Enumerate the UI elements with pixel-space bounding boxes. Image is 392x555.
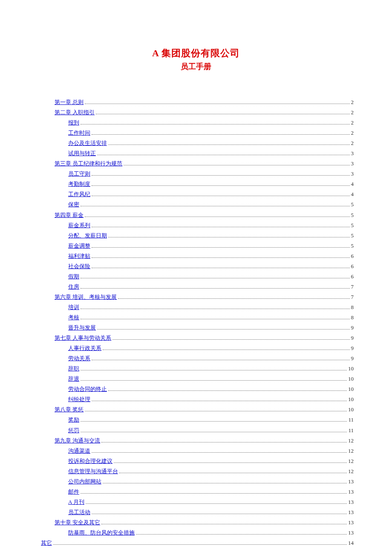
toc-page-number: 11: [348, 425, 354, 436]
toc-link[interactable]: 第一章 总则: [55, 97, 84, 107]
toc-leader-dots: [81, 288, 350, 289]
toc-row: 第九章 沟通与交流12: [38, 436, 354, 446]
toc-link[interactable]: 第十章 安全及其它: [55, 517, 100, 528]
toc-row: 投诉和合理化建议12: [38, 456, 354, 466]
toc-link[interactable]: 保密: [68, 199, 79, 210]
toc-leader-dots: [81, 380, 347, 381]
toc-link[interactable]: 员工守则: [68, 169, 90, 179]
toc-row: 晋升与发展9: [38, 323, 354, 333]
toc-link[interactable]: 工作风纪: [68, 189, 90, 199]
toc-link[interactable]: 住房: [68, 282, 79, 292]
toc-leader-dots: [124, 165, 349, 165]
toc-row: 信息管理与沟通平台12: [38, 466, 354, 477]
toc-link[interactable]: 分配、发薪日期: [68, 231, 107, 241]
toc-link[interactable]: 薪金系列: [68, 220, 90, 231]
toc-page-number: 8: [351, 312, 354, 323]
toc-link[interactable]: 工作时间: [68, 128, 90, 138]
toc-link[interactable]: 纠纷处理: [68, 394, 90, 405]
toc-leader-dots: [81, 432, 347, 432]
toc-page-number: 9: [351, 323, 354, 333]
toc-link[interactable]: 培训: [68, 302, 79, 312]
toc-page-number: 10: [348, 364, 354, 374]
toc-link[interactable]: 第二章 入职指引: [55, 107, 95, 118]
toc-link[interactable]: 第四章 薪金: [55, 210, 84, 220]
toc-link[interactable]: 劳动合同的终止: [68, 384, 107, 394]
toc-row: A 月刊13: [38, 497, 354, 507]
toc-link[interactable]: 投诉和合理化建议: [68, 456, 112, 466]
toc-link[interactable]: 辞职: [68, 364, 79, 374]
toc-link[interactable]: 邮件: [68, 487, 79, 497]
toc-link[interactable]: 社会保险: [68, 261, 90, 272]
toc-link[interactable]: 信息管理与沟通平台: [68, 466, 118, 477]
toc-link[interactable]: A 月刊: [68, 497, 84, 507]
toc-page-number: 3: [351, 159, 354, 169]
toc-link[interactable]: 薪金调整: [68, 241, 90, 251]
toc-page-number: 8: [351, 302, 354, 312]
toc-page-number: 5: [351, 210, 354, 220]
toc-page-number: 13: [348, 528, 354, 538]
toc-row: 劳动合同的终止10: [38, 384, 354, 394]
toc-link[interactable]: 假期: [68, 272, 79, 282]
toc-link[interactable]: 公司内部网站: [68, 477, 101, 487]
toc-link[interactable]: 办公及生活安排: [68, 138, 107, 148]
toc-page-number: 2: [351, 128, 354, 138]
toc-link[interactable]: 考核: [68, 312, 79, 323]
toc-row: 奖励11: [38, 415, 354, 425]
toc-row: 培训8: [38, 302, 354, 312]
toc-leader-dots: [92, 247, 350, 248]
toc-link[interactable]: 考勤制度: [68, 179, 90, 189]
toc-leader-dots: [103, 350, 350, 350]
toc-link[interactable]: 其它: [41, 538, 52, 548]
toc-leader-dots: [96, 114, 349, 114]
toc-row: 第三章 员工纪律和行为规范3: [38, 159, 354, 169]
toc-link[interactable]: 沟通渠道: [68, 446, 90, 456]
toc-link[interactable]: 劳动关系: [68, 353, 90, 364]
toc-leader-dots: [92, 268, 350, 268]
toc-row: 假期6: [38, 272, 354, 282]
toc-leader-dots: [92, 227, 350, 227]
toc-page-number: 10: [348, 405, 354, 415]
toc-row: 纠纷处理10: [38, 394, 354, 405]
toc-row: 第八章 奖惩10: [38, 405, 354, 415]
toc-link[interactable]: 第八章 奖惩: [55, 405, 84, 415]
toc-link[interactable]: 第七章 人事与劳动关系: [55, 333, 111, 343]
toc-row: 第七章 人事与劳动关系9: [38, 333, 354, 343]
toc-page-number: 12: [348, 436, 354, 446]
toc-leader-dots: [81, 206, 350, 206]
toc-link[interactable]: 晋升与发展: [68, 323, 96, 333]
toc-leader-dots: [92, 514, 347, 514]
toc-link[interactable]: 防暴雨、防台风的安全措施: [68, 528, 135, 538]
toc-page-number: 13: [348, 517, 354, 528]
toc-link[interactable]: 惩罚: [68, 425, 79, 436]
toc-link[interactable]: 辞退: [68, 374, 79, 384]
toc-leader-dots: [108, 390, 347, 391]
toc-link[interactable]: 第三章 员工纪律和行为规范: [55, 159, 122, 169]
toc-link[interactable]: 试用与转正: [68, 148, 96, 159]
toc-link[interactable]: 第九章 沟通与交流: [55, 436, 100, 446]
toc-page-number: 12: [348, 466, 354, 477]
toc-link[interactable]: 报到: [68, 118, 79, 128]
toc-link[interactable]: 奖励: [68, 415, 79, 425]
toc-page-number: 9: [351, 353, 354, 364]
toc-link[interactable]: 人事行政关系: [68, 343, 101, 353]
toc-row: 报到2: [38, 118, 354, 128]
toc-row: 考勤制度4: [38, 179, 354, 189]
toc-row: 薪金调整5: [38, 241, 354, 251]
toc-link[interactable]: 第六章 培训、考核与发展: [55, 292, 117, 302]
toc-leader-dots: [92, 185, 350, 186]
toc-page-number: 4: [351, 179, 354, 189]
toc-link[interactable]: 福利津贴: [68, 251, 90, 261]
toc-row: 人事行政关系9: [38, 343, 354, 353]
toc-leader-dots: [112, 339, 349, 340]
toc-leader-dots: [136, 534, 347, 535]
table-of-contents: 第一章 总则2第二章 入职指引2报到2工作时间2办公及生活安排2试用与转正3第三…: [38, 97, 354, 548]
toc-leader-dots: [81, 319, 350, 319]
toc-page-number: 7: [351, 292, 354, 302]
toc-link[interactable]: 员工活动: [68, 507, 90, 517]
toc-page-number: 5: [351, 199, 354, 210]
toc-page-number: 9: [351, 333, 354, 343]
toc-row: 第二章 入职指引2: [38, 107, 354, 118]
toc-page-number: 7: [351, 282, 354, 292]
toc-leader-dots: [97, 155, 350, 155]
toc-row: 分配、发薪日期5: [38, 231, 354, 241]
